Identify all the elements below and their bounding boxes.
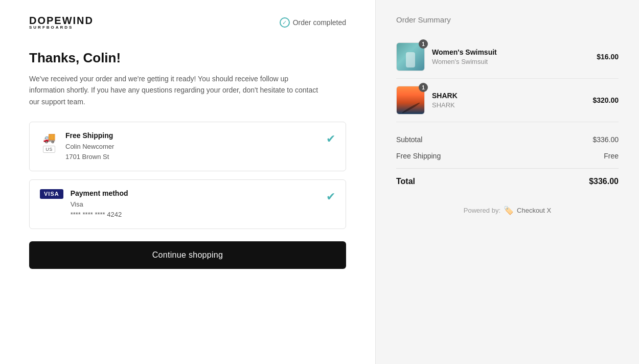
- payment-check-icon: ✔: [326, 190, 335, 203]
- order-items-list: 1 Women's Swimsuit Women's Swimsuit $16.…: [396, 35, 619, 122]
- right-panel: Order Summary 1 Women's Swimsuit Women's…: [376, 0, 639, 364]
- continue-shopping-button[interactable]: Continue shopping: [29, 241, 346, 269]
- subtotal-label: Subtotal: [396, 135, 422, 144]
- item-left-swimsuit: 1 Women's Swimsuit Women's Swimsuit: [396, 42, 497, 71]
- logo-sub: SURFBOARDS: [29, 26, 94, 30]
- order-item-swimsuit: 1 Women's Swimsuit Women's Swimsuit $16.…: [396, 35, 619, 79]
- payment-card-left: VISA Payment method Visa **** **** **** …: [40, 189, 128, 219]
- item-qty-badge-shark: 1: [419, 83, 428, 92]
- order-item-shark: 1 SHARK SHARK $320.00: [396, 79, 619, 122]
- order-completed-badge: ✓ Order completed: [280, 17, 346, 28]
- shipping-card-left: 🚚 US Free Shipping Colin Newcomer 1701 B…: [40, 131, 114, 162]
- powered-by: Powered by: 🏷️ Checkout X: [396, 206, 619, 215]
- item-name-swimsuit: Women's Swimsuit: [432, 48, 497, 56]
- logo-main: DOPEWIND: [29, 15, 94, 26]
- checkout-x-icon: 🏷️: [504, 206, 514, 215]
- powered-by-label: Powered by:: [464, 207, 500, 214]
- check-circle-icon: ✓: [280, 17, 290, 28]
- item-name-shark: SHARK: [432, 92, 458, 100]
- shipping-card-content: Free Shipping Colin Newcomer 1701 Brown …: [65, 131, 114, 162]
- item-price-swimsuit: $16.00: [597, 53, 619, 61]
- shipping-check-icon: ✔: [326, 132, 335, 146]
- shipping-card-title: Free Shipping: [65, 131, 114, 140]
- shipping-icon-wrap: 🚚 US: [40, 131, 58, 153]
- shipping-label: Free Shipping: [396, 152, 441, 160]
- item-img-wrap-shark: 1: [396, 86, 425, 115]
- payment-card-content: Payment method Visa **** **** **** 4242: [71, 189, 128, 219]
- payment-card-number: **** **** **** 4242: [71, 210, 128, 220]
- header: DOPEWIND SURFBOARDS ✓ Order completed: [29, 15, 346, 30]
- item-variant-swimsuit: Women's Swimsuit: [432, 58, 497, 65]
- total-label: Total: [396, 177, 415, 186]
- logo: DOPEWIND SURFBOARDS: [29, 15, 94, 30]
- order-summary-title: Order Summary: [396, 15, 619, 24]
- shipping-row: Free Shipping Free: [396, 148, 619, 164]
- shipping-value: Free: [604, 152, 619, 160]
- item-variant-shark: SHARK: [432, 101, 458, 109]
- checkout-x-label: Checkout X: [517, 207, 551, 214]
- payment-card-name: Visa: [71, 199, 128, 210]
- item-price-shark: $320.00: [592, 96, 619, 104]
- payment-icon-wrap: VISA: [40, 189, 63, 199]
- shipping-card: 🚚 US Free Shipping Colin Newcomer 1701 B…: [29, 122, 346, 171]
- order-completed-label: Order completed: [293, 18, 346, 27]
- item-details-shark: SHARK SHARK: [432, 92, 458, 109]
- visa-badge: VISA: [40, 189, 63, 199]
- shipping-card-address: 1701 Brown St: [65, 152, 114, 162]
- shipping-card-name: Colin Newcomer: [65, 142, 114, 152]
- thanks-body: We've received your order and we're gett…: [29, 73, 326, 107]
- country-badge: US: [43, 146, 55, 153]
- left-panel: DOPEWIND SURFBOARDS ✓ Order completed Th…: [0, 0, 376, 364]
- item-img-wrap-swimsuit: 1: [396, 42, 425, 71]
- item-details-swimsuit: Women's Swimsuit Women's Swimsuit: [432, 48, 497, 65]
- payment-card-title: Payment method: [71, 189, 128, 197]
- totals-section: Subtotal $336.00 Free Shipping Free Tota…: [396, 131, 619, 190]
- payment-card: VISA Payment method Visa **** **** **** …: [29, 179, 346, 229]
- subtotal-value: $336.00: [592, 135, 619, 144]
- thanks-heading: Thanks, Colin!: [29, 50, 346, 66]
- total-value: $336.00: [589, 177, 619, 186]
- item-left-shark: 1 SHARK SHARK: [396, 86, 458, 115]
- truck-icon: 🚚: [43, 131, 56, 144]
- total-row: Total $336.00: [396, 168, 619, 190]
- subtotal-row: Subtotal $336.00: [396, 131, 619, 148]
- item-qty-badge-swimsuit: 1: [419, 39, 428, 49]
